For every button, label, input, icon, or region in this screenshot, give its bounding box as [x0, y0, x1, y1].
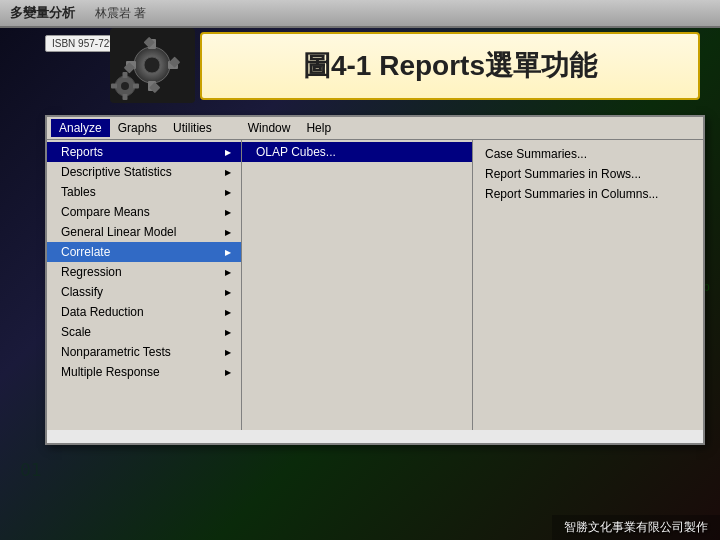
footer: 智勝文化事業有限公司製作	[552, 515, 720, 540]
arrow-icon: ▶	[225, 248, 231, 257]
gear-decoration	[110, 28, 195, 103]
spss-window: Analyze Graphs Utilities Window Help Rep…	[45, 115, 705, 445]
arrow-icon: ▶	[225, 328, 231, 337]
right-panel: Case Summaries... Report Summaries in Ro…	[473, 140, 703, 430]
analyze-item-regression[interactable]: Regression ▶	[47, 262, 241, 282]
menu-content: Reports ▶ Descriptive Statistics ▶ Table…	[47, 140, 703, 430]
arrow-icon: ▶	[225, 368, 231, 377]
arrow-icon: ▶	[225, 148, 231, 157]
menu-utilities[interactable]: Utilities	[165, 119, 220, 137]
menu-bar: Analyze Graphs Utilities Window Help	[47, 117, 703, 140]
app-author: 林震岩 著	[95, 5, 146, 22]
analyze-item-classify[interactable]: Classify ▶	[47, 282, 241, 302]
analyze-item-descriptive[interactable]: Descriptive Statistics ▶	[47, 162, 241, 182]
analyze-item-scale[interactable]: Scale ▶	[47, 322, 241, 342]
right-item-case[interactable]: Case Summaries...	[473, 144, 703, 164]
menu-help[interactable]: Help	[298, 119, 339, 137]
right-item-rows[interactable]: Report Summaries in Rows...	[473, 164, 703, 184]
arrow-icon: ▶	[225, 348, 231, 357]
arrow-icon: ▶	[225, 208, 231, 217]
header-bar: 多變量分析 林震岩 著	[0, 0, 720, 28]
analyze-item-reports[interactable]: Reports ▶	[47, 142, 241, 162]
arrow-icon: ▶	[225, 188, 231, 197]
arrow-icon: ▶	[225, 308, 231, 317]
svg-rect-16	[111, 84, 117, 89]
svg-point-12	[121, 82, 129, 90]
svg-rect-15	[133, 84, 139, 89]
arrow-icon: ▶	[225, 288, 231, 297]
svg-point-2	[144, 57, 160, 73]
arrow-icon: ▶	[225, 268, 231, 277]
reports-item-olap[interactable]: OLAP Cubes...	[242, 142, 472, 162]
analyze-panel: Reports ▶ Descriptive Statistics ▶ Table…	[47, 140, 242, 430]
analyze-item-data-reduction[interactable]: Data Reduction ▶	[47, 302, 241, 322]
analyze-item-glm[interactable]: General Linear Model ▶	[47, 222, 241, 242]
menu-graphs[interactable]: Graphs	[110, 119, 165, 137]
main-title: 圖4-1 Reports選單功能	[303, 47, 597, 85]
analyze-item-nonparametric[interactable]: Nonparametric Tests ▶	[47, 342, 241, 362]
analyze-item-multiple-response[interactable]: Multiple Response ▶	[47, 362, 241, 382]
analyze-item-tables[interactable]: Tables ▶	[47, 182, 241, 202]
analyze-item-compare-means[interactable]: Compare Means ▶	[47, 202, 241, 222]
arrow-icon: ▶	[225, 168, 231, 177]
main-title-box: 圖4-1 Reports選單功能	[200, 32, 700, 100]
right-item-columns[interactable]: Report Summaries in Columns...	[473, 184, 703, 204]
app-title: 多變量分析	[10, 4, 75, 22]
svg-rect-13	[123, 72, 128, 78]
menu-window[interactable]: Window	[240, 119, 299, 137]
analyze-item-correlate[interactable]: Correlate ▶	[47, 242, 241, 262]
menu-analyze[interactable]: Analyze	[51, 119, 110, 137]
arrow-icon: ▶	[225, 228, 231, 237]
svg-rect-14	[123, 94, 128, 100]
reports-panel: OLAP Cubes...	[242, 140, 473, 430]
